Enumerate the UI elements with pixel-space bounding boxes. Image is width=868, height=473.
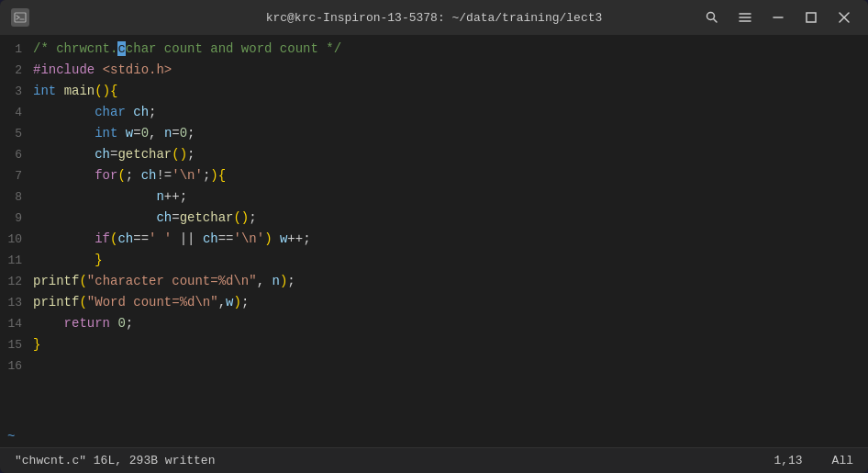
line-content-4: char ch; bbox=[33, 102, 868, 123]
code-line-13: 13 printf("Word count=%d\n",w); bbox=[0, 292, 868, 313]
search-button[interactable] bbox=[699, 5, 725, 30]
code-line-5: 5 int w=0, n=0; bbox=[0, 123, 868, 144]
line-content-10: if(ch==' ' || ch=='\n') w++; bbox=[33, 229, 868, 250]
line-content-14: return 0; bbox=[33, 313, 868, 334]
line-num-8: 8 bbox=[0, 186, 33, 208]
line-num-7: 7 bbox=[0, 165, 33, 186]
code-line-2: 2 #include <stdio.h> bbox=[0, 60, 868, 81]
close-button[interactable] bbox=[831, 5, 857, 30]
code-line-16: 16 bbox=[0, 355, 868, 377]
line-content-9: ch=getchar(); bbox=[33, 208, 868, 229]
title-bar-controls bbox=[699, 5, 857, 30]
status-right: 1,13 All bbox=[773, 454, 853, 467]
line-num-4: 4 bbox=[0, 102, 33, 123]
line-num-1: 1 bbox=[0, 39, 33, 60]
line-num-10: 10 bbox=[0, 229, 33, 250]
scroll-position: All bbox=[832, 454, 853, 467]
line-num-15: 15 bbox=[0, 334, 33, 355]
line-content-15: } bbox=[33, 334, 868, 355]
code-line-11: 11 } bbox=[0, 250, 868, 271]
code-line-8: 8 n++; bbox=[0, 186, 868, 208]
line-content-8: n++; bbox=[33, 186, 868, 208]
tilde-area: ~ bbox=[0, 426, 868, 447]
code-line-12: 12 printf("character count=%d\n", n); bbox=[0, 271, 868, 292]
code-line-14: 14 return 0; bbox=[0, 313, 868, 334]
code-line-9: 9 ch=getchar(); bbox=[0, 208, 868, 229]
line-num-16: 16 bbox=[0, 355, 33, 377]
maximize-button[interactable] bbox=[798, 5, 824, 30]
code-line-3: 3 int main(){ bbox=[0, 81, 868, 102]
terminal-icon bbox=[11, 8, 29, 27]
code-line-4: 4 char ch; bbox=[0, 102, 868, 123]
code-line-7: 7 for(; ch!='\n';){ bbox=[0, 165, 868, 186]
line-content-12: printf("character count=%d\n", n); bbox=[33, 271, 868, 292]
title-bar: krc@krc-Inspiron-13-5378: ~/data/trainin… bbox=[0, 0, 868, 35]
file-info: "chwcnt.c" 16L, 293B written bbox=[15, 454, 215, 467]
line-num-5: 5 bbox=[0, 123, 33, 144]
line-content-7: for(; ch!='\n';){ bbox=[33, 165, 868, 186]
line-num-14: 14 bbox=[0, 313, 33, 334]
code-line-6: 6 ch=getchar(); bbox=[0, 144, 868, 165]
menu-button[interactable] bbox=[732, 5, 758, 30]
line-num-2: 2 bbox=[0, 60, 33, 81]
line-num-12: 12 bbox=[0, 271, 33, 292]
line-num-11: 11 bbox=[0, 250, 33, 271]
line-num-3: 3 bbox=[0, 81, 33, 102]
line-content-2: #include <stdio.h> bbox=[33, 60, 868, 81]
title-bar-left bbox=[11, 8, 29, 27]
svg-line-3 bbox=[714, 19, 718, 23]
cursor-position: 1,13 bbox=[773, 454, 802, 467]
minimize-button[interactable] bbox=[765, 5, 791, 30]
line-content-11: } bbox=[33, 250, 868, 271]
line-num-9: 9 bbox=[0, 208, 33, 229]
status-bar: "chwcnt.c" 16L, 293B written 1,13 All bbox=[0, 447, 868, 473]
line-num-6: 6 bbox=[0, 144, 33, 165]
line-content-3: int main(){ bbox=[33, 81, 868, 102]
code-line-1: 1 /* chrwcnt.cchar count and word count … bbox=[0, 39, 868, 60]
code-container: 1 /* chrwcnt.cchar count and word count … bbox=[0, 35, 868, 426]
line-num-13: 13 bbox=[0, 292, 33, 313]
line-content-1: /* chrwcnt.cchar count and word count */ bbox=[33, 39, 868, 60]
line-content-13: printf("Word count=%d\n",w); bbox=[33, 292, 868, 313]
tilde-char: ~ bbox=[4, 429, 15, 444]
window-title: krc@krc-Inspiron-13-5378: ~/data/trainin… bbox=[266, 11, 603, 25]
terminal-window: krc@krc-Inspiron-13-5378: ~/data/trainin… bbox=[0, 0, 868, 473]
editor-area[interactable]: 1 /* chrwcnt.cchar count and word count … bbox=[0, 35, 868, 447]
svg-rect-8 bbox=[807, 13, 816, 22]
code-line-15: 15 } bbox=[0, 334, 868, 355]
code-line-10: 10 if(ch==' ' || ch=='\n') w++; bbox=[0, 229, 868, 250]
line-content-6: ch=getchar(); bbox=[33, 144, 868, 165]
line-content-5: int w=0, n=0; bbox=[33, 123, 868, 144]
